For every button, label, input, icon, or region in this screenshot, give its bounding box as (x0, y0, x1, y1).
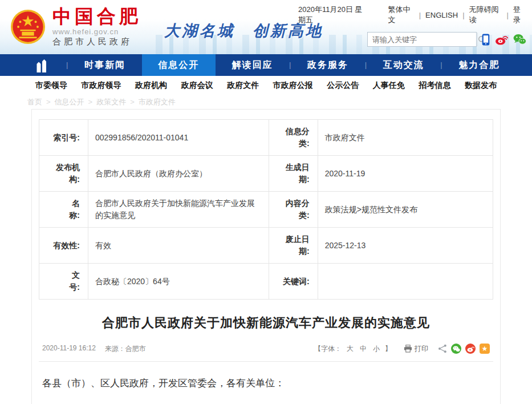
article-toolbar: 【字体： 大 中 小 】 打印 (314, 344, 490, 354)
star-icon: ★ (482, 345, 488, 352)
link-separator: | (419, 11, 421, 19)
field-label-title: 名 称: (39, 192, 88, 228)
field-label-creation-date: 生成日期: (269, 156, 318, 192)
publish-datetime: 2020-11-19 16:12 (42, 344, 96, 354)
wechat-icon (513, 34, 526, 45)
subnav-item-data-release[interactable]: 数据发布 (465, 80, 497, 91)
field-value-validity: 有效 (88, 228, 269, 264)
secondary-navigation: 市委领导 市政府领导 政府机构 政府会议 政府文件 市政府公报 公示公告 人事任… (0, 76, 532, 95)
content-panel: 索引号: 002991856/202011-01041 信息分类: 市政府文件 … (31, 109, 501, 404)
share-weibo-button[interactable] (465, 344, 476, 354)
article-source: 来源：合肥市 (105, 344, 146, 354)
subnav-item-public-notices[interactable]: 公示公告 (327, 80, 359, 91)
field-value-issuing-agency: 合肥市人民政府（政府办公室） (88, 156, 269, 192)
mobile-phone-icon (482, 34, 490, 46)
font-size-large-button[interactable]: 大 (347, 344, 354, 354)
site-url: www.hefei.gov.cn (52, 27, 141, 36)
print-label: 打印 (415, 344, 428, 354)
table-row: 发布机构: 合肥市人民政府（政府办公室） 生成日期: 2020-11-19 (39, 156, 493, 192)
breadcrumb-separator: > (88, 98, 93, 106)
nav-item-news[interactable]: 时事新闻 (68, 54, 141, 76)
field-value-expiry-date: 2025-12-13 (318, 228, 493, 264)
nav-item-info-disclosure[interactable]: 信息公开 (142, 54, 216, 76)
subnav-item-gov-leaders[interactable]: 市政府领导 (82, 80, 121, 91)
breadcrumb-policy-documents[interactable]: 政策文件 (96, 97, 126, 107)
main-navigation: | 时事新闻 信息公开 解读回应 | 政务服务 | 互动交流 | 魅力合肥 (0, 54, 532, 76)
font-size-label-open: 【字体： (314, 344, 342, 354)
wechat-button[interactable] (513, 34, 526, 45)
weibo-share-icon (467, 346, 474, 352)
link-separator: | (506, 11, 508, 19)
weibo-icon (495, 34, 508, 45)
mobile-app-button[interactable] (482, 34, 490, 46)
search-row (298, 32, 526, 47)
breadcrumb-info-disclosure[interactable]: 信息公开 (55, 97, 84, 107)
field-label-validity: 有效性: (39, 228, 88, 264)
article-paragraph: 为贯彻习近平总书记考察安徽重要讲话精神和“加速推进新能源汽车科技创新和相关产业发… (42, 401, 490, 404)
nav-item-services[interactable]: 政务服务 (291, 54, 364, 76)
field-label-issuing-agency: 发布机构: (39, 156, 88, 192)
font-size-small-button[interactable]: 小 (373, 344, 380, 354)
accessibility-link[interactable]: 无障碍阅读 (469, 5, 502, 25)
field-value-index-number: 002991856/202011-01041 (88, 120, 269, 156)
utility-row: 2020年11月20日 星期五 繁体中文 | ENGLISH | 无障碍阅读 |… (298, 5, 526, 25)
subnav-item-gov-agencies[interactable]: 政府机构 (135, 80, 167, 91)
subnav-item-recruitment[interactable]: 招考信息 (419, 80, 450, 91)
search-box (367, 32, 477, 47)
nav-home-button[interactable] (16, 54, 66, 76)
favorite-star-button[interactable]: ★ (480, 344, 490, 354)
field-label-keywords: 关键词: (269, 264, 318, 300)
table-row: 名 称: 合肥市人民政府关于加快新能源汽车产业发展的实施意见 内容分类: 政策法… (39, 192, 493, 228)
print-button[interactable]: 打印 (404, 344, 428, 354)
subnav-item-personnel[interactable]: 人事任免 (373, 80, 405, 91)
breadcrumb-separator: > (46, 98, 51, 106)
current-date: 2020年11月20日 星期五 (298, 5, 368, 25)
logo-text: 中国合肥 www.hefei.gov.cn 合肥市人民政府 (52, 7, 141, 48)
site-subtitle: 合肥市人民政府 (52, 37, 141, 47)
breadcrumb-home[interactable]: 首页 (27, 97, 42, 107)
site-logo[interactable]: 中国合肥 www.hefei.gov.cn 合肥市人民政府 (0, 7, 141, 48)
site-name: 中国合肥 (52, 7, 141, 27)
subnav-item-committee-leaders[interactable]: 市委领导 (35, 80, 67, 91)
building-icon (34, 58, 48, 72)
nav-item-interpretation[interactable]: 解读回应 (216, 54, 289, 76)
font-size-label-close: 】 (385, 344, 392, 354)
font-size-medium-button[interactable]: 中 (360, 344, 367, 354)
breadcrumb-current-page: 市政府文件 (139, 97, 176, 107)
login-link[interactable]: 登录 (513, 5, 526, 25)
breadcrumb: 首页 > 信息公开 > 政策文件 > 市政府文件 (0, 95, 532, 109)
article-meta-bar: 2020-11-19 16:12 来源：合肥市 【字体： 大 中 小 】 打印 (39, 344, 493, 362)
field-label-expiry-date: 废止日期: (269, 228, 318, 264)
wechat-share-icon (453, 346, 460, 352)
share-wechat-button[interactable] (451, 344, 461, 354)
article-paragraph: 各县（市）、区人民政府，开发区管委会，各有关单位： (42, 373, 490, 394)
document-info-table: 索引号: 002991856/202011-01041 信息分类: 市政府文件 … (39, 119, 493, 300)
breadcrumb-separator: > (130, 98, 135, 106)
table-row: 有效性: 有效 废止日期: 2025-12-13 (39, 228, 493, 264)
article-meta-left: 2020-11-19 16:12 来源：合肥市 (42, 344, 146, 354)
field-value-info-category: 市政府文件 (318, 120, 493, 156)
subnav-item-gov-documents[interactable]: 政府文件 (227, 80, 259, 91)
field-value-content-category: 政策法规>规范性文件发布 (318, 192, 493, 228)
subnav-item-gov-meetings[interactable]: 政府会议 (181, 80, 213, 91)
article-title: 合肥市人民政府关于加快新能源汽车产业发展的实施意见 (39, 314, 493, 332)
field-label-document-number: 文 号: (39, 264, 88, 300)
field-value-creation-date: 2020-11-19 (318, 156, 493, 192)
table-row: 文 号: 合政秘〔2020〕64号 关键词: (39, 264, 493, 300)
nav-item-interaction[interactable]: 互动交流 (367, 54, 440, 76)
link-separator: | (462, 11, 464, 19)
weibo-button[interactable] (495, 34, 508, 45)
nav-item-charm-hefei[interactable]: 魅力合肥 (442, 54, 516, 76)
field-label-content-category: 内容分类: (269, 192, 318, 228)
share-button[interactable] (438, 344, 447, 353)
share-icon (438, 344, 447, 353)
article-body: 各县（市）、区人民政府，开发区管委会，各有关单位： 为贯彻习近平总书记考察安徽重… (39, 373, 493, 404)
traditional-chinese-link[interactable]: 繁体中文 (388, 5, 414, 25)
field-label-info-category: 信息分类: (269, 120, 318, 156)
field-value-title: 合肥市人民政府关于加快新能源汽车产业发展的实施意见 (88, 192, 269, 228)
header-utilities: 2020年11月20日 星期五 繁体中文 | ENGLISH | 无障碍阅读 |… (298, 5, 526, 47)
search-input[interactable] (368, 35, 477, 44)
subnav-item-gov-gazette[interactable]: 市政府公报 (273, 80, 313, 91)
english-link[interactable]: ENGLISH (425, 11, 458, 19)
site-header: 中国合肥 www.hefei.gov.cn 合肥市人民政府 大湖名城 创新高地 … (0, 0, 532, 54)
